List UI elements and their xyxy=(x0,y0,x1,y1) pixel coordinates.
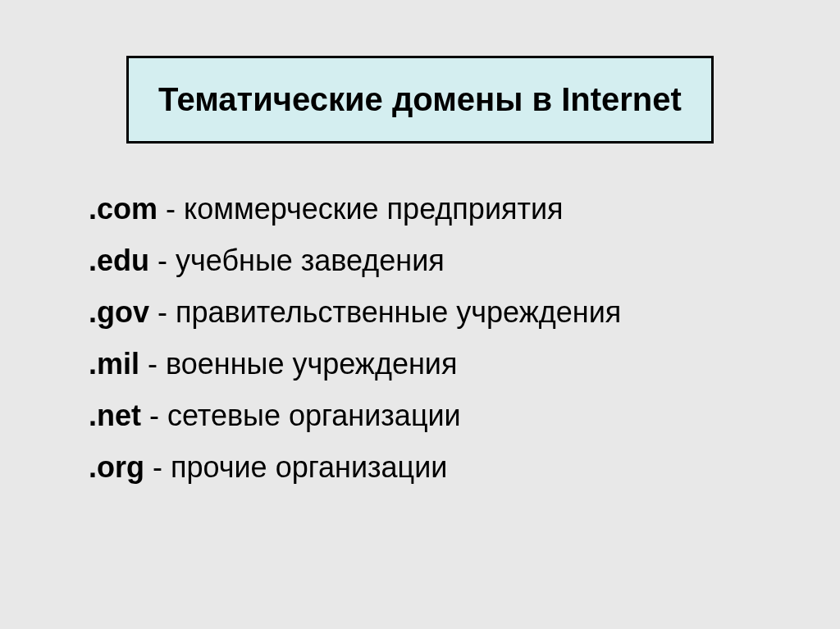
domain-name: .com xyxy=(89,192,158,226)
domain-description: - правительственные учреждения xyxy=(149,295,621,329)
list-item: .mil - военные учреждения xyxy=(89,338,788,390)
list-item: .edu - учебные заведения xyxy=(89,235,788,286)
list-item: .org - прочие организации xyxy=(89,441,788,493)
domain-description: - прочие организации xyxy=(144,450,447,484)
list-item: .net - сетевые организации xyxy=(89,390,788,441)
title-box: Тематические домены в Internet xyxy=(126,56,714,144)
domain-list: .com - коммерческие предприятия .edu - у… xyxy=(52,183,788,493)
list-item: .com - коммерческие предприятия xyxy=(89,183,788,235)
domain-name: .gov xyxy=(89,295,149,329)
domain-name: .mil xyxy=(89,347,139,381)
domain-name: .net xyxy=(89,399,141,432)
domain-description: - военные учреждения xyxy=(139,347,457,381)
domain-description: - коммерческие предприятия xyxy=(158,192,564,226)
domain-name: .edu xyxy=(89,244,149,277)
domain-name: .org xyxy=(89,450,144,484)
slide-title: Тематические домены в Internet xyxy=(158,81,682,118)
domain-description: - учебные заведения xyxy=(149,244,445,277)
list-item: .gov - правительственные учреждения xyxy=(89,286,788,338)
domain-description: - сетевые организации xyxy=(141,399,461,432)
